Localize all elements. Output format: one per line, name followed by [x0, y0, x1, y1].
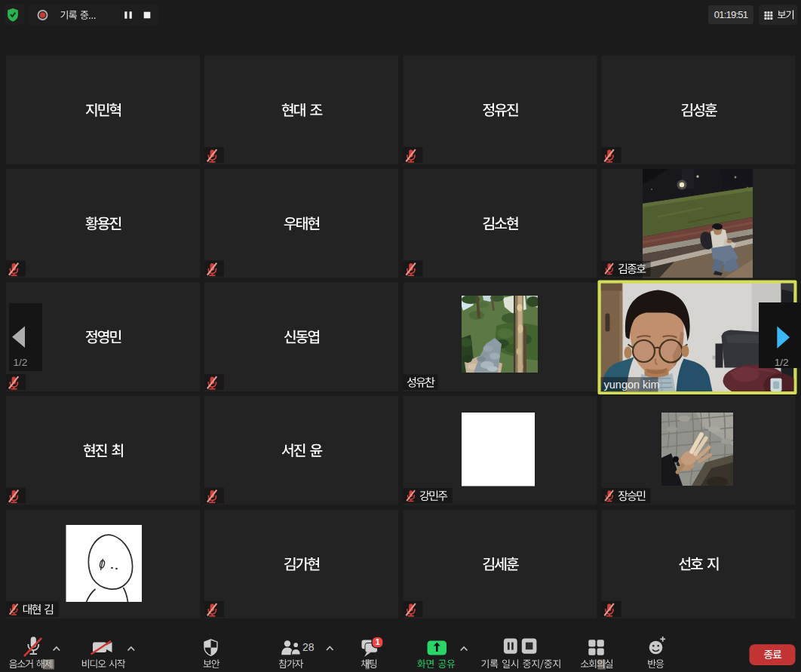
svg-text:yungon kim: yungon kim	[604, 379, 660, 391]
svg-text:28: 28	[302, 641, 315, 653]
svg-text:01:19:51: 01:19:51	[714, 9, 748, 20]
svg-text:1/2: 1/2	[775, 357, 789, 368]
svg-text:1: 1	[376, 637, 380, 646]
svg-text:1/2: 1/2	[14, 357, 28, 368]
